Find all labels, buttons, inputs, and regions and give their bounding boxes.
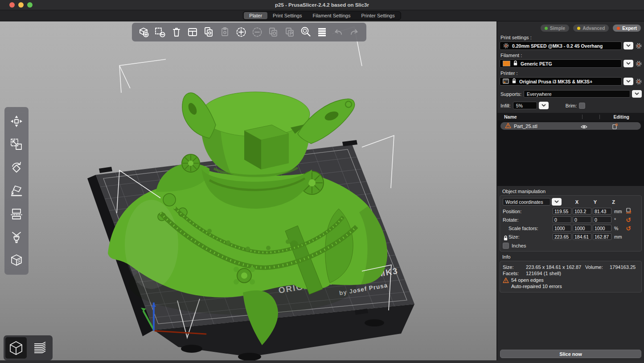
delete-all-icon[interactable] <box>170 25 183 39</box>
tab-filament-settings[interactable]: Filament Settings <box>307 12 356 19</box>
seam-painting-tool-icon[interactable] <box>9 253 24 268</box>
size-z-field[interactable]: 162.87 <box>593 233 611 240</box>
app-window: p25 - PrusaSlicer-2.4.2 based on Slic3r … <box>0 0 644 363</box>
column-name: Name <box>504 114 517 120</box>
info-size-value: 223.65 x 184.61 x 162.87 <box>526 264 585 270</box>
filament-value: Generic PETG <box>521 61 552 66</box>
split-to-parts-icon[interactable] <box>283 25 296 39</box>
search-icon[interactable] <box>299 25 312 39</box>
print-settings-dropdown-button[interactable] <box>623 42 633 50</box>
delete-object-icon[interactable] <box>153 25 167 39</box>
variable-layer-height-icon[interactable] <box>315 25 328 39</box>
position-z-field[interactable]: 81.43 <box>593 208 611 214</box>
filament-dropdown-button[interactable] <box>623 60 633 67</box>
coordinates-combo[interactable]: World coordinates <box>503 198 550 206</box>
filament-gear-icon[interactable] <box>635 60 642 67</box>
scale-reset-icon[interactable]: ↺ <box>625 225 632 231</box>
supports-combo[interactable]: Everywhere <box>524 90 630 98</box>
view-3d-editor-button[interactable] <box>5 337 27 359</box>
manipulation-panel: World coordinates X Y Z Position: 119.55… <box>500 195 642 252</box>
cut-tool-icon[interactable] <box>9 206 24 222</box>
info-open-edges: 54 open edges <box>511 277 544 283</box>
uniform-scale-lock-icon[interactable] <box>503 235 508 243</box>
rotate-z-field[interactable]: 0 <box>593 216 611 223</box>
coordinates-dropdown-button[interactable] <box>552 198 562 206</box>
infill-combo[interactable]: 5% <box>513 102 537 109</box>
place-on-face-tool-icon[interactable] <box>9 183 24 198</box>
printer-value: Original Prusa i3 MK3S & MK3S+ <box>519 79 592 84</box>
brim-checkbox[interactable] <box>579 103 585 109</box>
move-tool-icon[interactable] <box>9 114 24 129</box>
copy-icon[interactable] <box>202 25 215 39</box>
scale-tool-icon[interactable] <box>9 137 24 152</box>
undo-icon[interactable] <box>332 25 345 39</box>
rotate-reset-icon[interactable]: ↺ <box>625 217 632 223</box>
position-y-field[interactable]: 103.2 <box>573 208 591 214</box>
filament-label: Filament : <box>500 53 641 58</box>
visibility-eye-icon[interactable] <box>581 123 587 131</box>
drop-to-bed-icon[interactable] <box>625 207 632 215</box>
simple-dot-icon <box>545 27 548 30</box>
split-to-objects-icon[interactable] <box>267 25 280 39</box>
print-settings-value: 0.20mm SPEED @MK3 - 0.2 45 Overhang <box>512 43 603 49</box>
object-list: Part_25.stl <box>497 120 644 186</box>
infill-label: Infill: <box>500 103 511 108</box>
axis-x-label: X <box>568 199 586 205</box>
info-warning-icon <box>503 277 509 290</box>
rotate-row: Rotate: 0 0 0 ° ↺ <box>503 215 639 224</box>
tab-printer-settings[interactable]: Printer Settings <box>356 12 400 19</box>
scale-label: Scale factors: <box>503 226 553 231</box>
info-facets-value: 121694 (1 shell) <box>526 271 561 276</box>
paste-icon[interactable] <box>218 25 231 39</box>
view-preview-button[interactable] <box>29 337 50 359</box>
add-object-icon[interactable] <box>137 25 151 39</box>
tab-plater[interactable]: Plater <box>244 12 267 19</box>
object-list-header: Name Editing <box>497 113 644 120</box>
size-y-field[interactable]: 184.61 <box>573 233 591 240</box>
mode-expert-button[interactable]: Expert <box>613 25 641 32</box>
printer-gear-icon[interactable] <box>635 78 642 85</box>
position-label: Position: <box>503 209 553 214</box>
inches-checkbox[interactable] <box>503 243 509 249</box>
inches-label: Inches <box>512 243 526 248</box>
profile-gear-icon <box>503 42 509 49</box>
add-instance-icon[interactable] <box>234 25 248 39</box>
object-editing-icon[interactable] <box>612 123 618 131</box>
size-x-field[interactable]: 223.65 <box>553 233 571 240</box>
rotate-y-field[interactable]: 0 <box>573 216 591 223</box>
printer-dropdown-button[interactable] <box>623 78 633 85</box>
printer-combo[interactable]: Original Prusa i3 MK3S & MK3S+ <box>500 77 622 86</box>
left-toolbar <box>4 107 29 275</box>
lock-icon <box>513 60 518 68</box>
redo-icon[interactable] <box>348 25 361 39</box>
slice-now-button[interactable]: Slice now <box>500 350 641 358</box>
object-name: Part_25.stl <box>514 124 537 129</box>
info-volume-value: 1794163.25 <box>610 264 636 270</box>
manipulation-title: Object manipulation <box>502 189 641 194</box>
top-toolbar <box>132 23 366 41</box>
scale-y-field[interactable]: 1000 <box>573 225 591 231</box>
mode-simple-button[interactable]: Simple <box>541 25 569 32</box>
print-settings-gear-icon[interactable] <box>635 42 642 49</box>
filament-combo[interactable]: Generic PETG <box>500 59 622 68</box>
sidebar: Simple Advanced Expert Print settings : … <box>497 21 644 360</box>
object-row-part25[interactable]: Part_25.stl <box>500 122 641 130</box>
info-size-label: Size: <box>503 264 526 270</box>
scale-x-field[interactable]: 1000 <box>553 225 571 231</box>
arrange-icon[interactable] <box>186 25 199 39</box>
viewport-3d[interactable]: ORIGINAL PRUSA i3 MK3 by Josef Prusa <box>0 21 496 360</box>
position-x-field[interactable]: 119.55 <box>553 208 571 214</box>
scale-z-field[interactable]: 1000 <box>593 225 611 231</box>
window-bottom-edge <box>0 360 644 363</box>
tab-group: Plater Print Settings Filament Settings … <box>243 11 401 20</box>
rotate-x-field[interactable]: 0 <box>553 216 571 223</box>
paint-on-supports-tool-icon[interactable] <box>9 230 24 245</box>
print-settings-combo[interactable]: 0.20mm SPEED @MK3 - 0.2 45 Overhang <box>500 41 622 50</box>
supports-dropdown-button[interactable] <box>632 90 642 98</box>
lock-icon <box>512 78 517 86</box>
mode-advanced-button[interactable]: Advanced <box>573 25 609 32</box>
tab-print-settings[interactable]: Print Settings <box>267 12 307 19</box>
infill-dropdown-button[interactable] <box>539 102 549 109</box>
remove-instance-icon[interactable] <box>250 25 264 39</box>
rotate-tool-icon[interactable] <box>9 160 24 175</box>
